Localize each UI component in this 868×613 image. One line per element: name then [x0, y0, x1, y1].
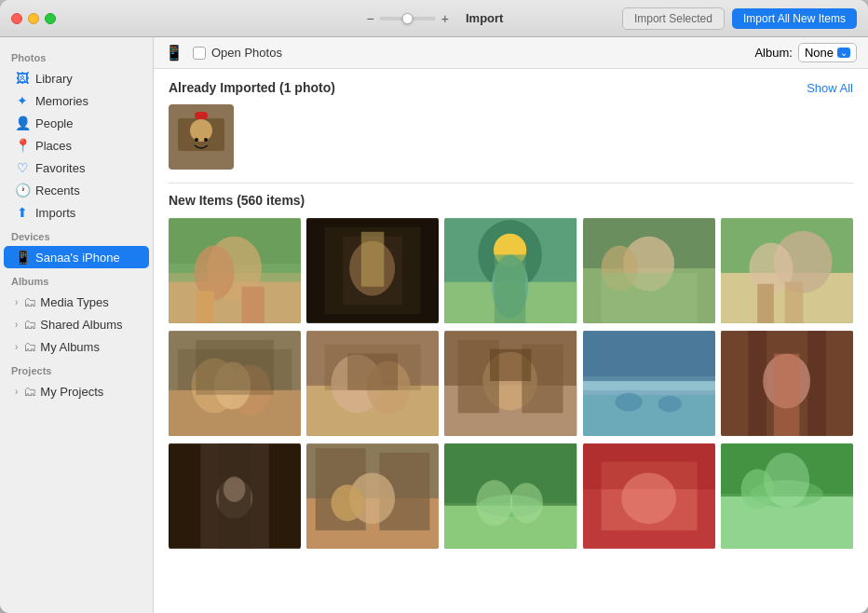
photo-r3p1[interactable]: [169, 443, 301, 550]
photo-r3p3[interactable]: [444, 443, 576, 550]
recents-icon: 🕐: [15, 183, 30, 198]
toolbar-bar: 📱 Open Photos Album: None ⌄: [154, 37, 868, 69]
new-items-title: New Items (560 items): [169, 193, 305, 208]
sidebar-item-my-projects[interactable]: › 🗂 My Projects: [4, 380, 149, 402]
open-photos-label: Open Photos: [211, 46, 282, 60]
minimize-button[interactable]: [28, 13, 39, 24]
chevron-right-icon-shared: ›: [15, 320, 18, 330]
sidebar-item-favorites[interactable]: ♡ Favorites: [4, 157, 149, 179]
window: − + Import Import Selected Import All Ne…: [0, 0, 868, 613]
zoom-slider[interactable]: [380, 17, 436, 20]
import-selected-button[interactable]: Import Selected: [622, 7, 725, 30]
shared-albums-icon: 🗂: [23, 317, 36, 332]
titlebar-actions: Import Selected Import All New Items: [622, 7, 857, 30]
photo-row-3: [169, 443, 853, 550]
sidebar-item-recents[interactable]: 🕐 Recents: [4, 179, 149, 201]
svg-rect-64: [807, 331, 826, 436]
chevron-right-icon-myalbums: ›: [15, 342, 18, 352]
sidebar-item-memories-label: Memories: [35, 94, 88, 108]
album-value: None: [805, 46, 834, 60]
album-selector: Album: None ⌄: [754, 43, 857, 62]
window-title: Import: [466, 11, 503, 25]
sidebar-shared-albums-label: Shared Albums: [40, 318, 122, 332]
photo-r2p1[interactable]: [169, 330, 301, 437]
svg-point-57: [615, 393, 642, 412]
svg-rect-28: [601, 273, 697, 323]
sidebar-item-imports[interactable]: ⬆ Imports: [4, 201, 149, 224]
photo-area[interactable]: Already Imported (1 photo) Show All: [154, 69, 868, 613]
imports-icon: ⬆: [15, 205, 30, 220]
already-imported-title: Already Imported (1 photo): [169, 80, 335, 95]
photo-row-2: [169, 330, 853, 437]
photo-r2p3[interactable]: [444, 330, 576, 437]
import-all-button[interactable]: Import All New Items: [732, 8, 857, 29]
sidebar-item-media-types[interactable]: › 🗂 Media Types: [4, 291, 149, 313]
zoom-slider-thumb: [402, 13, 414, 24]
new-items-section: New Items (560 items): [169, 193, 853, 550]
already-imported-grid: [169, 104, 853, 170]
photo-r1p4[interactable]: [583, 217, 715, 324]
svg-rect-60: [583, 331, 715, 381]
photo-r1p2[interactable]: [306, 217, 439, 324]
open-photos-checkbox[interactable]: [193, 47, 206, 60]
open-photos-option[interactable]: Open Photos: [193, 46, 282, 60]
new-items-header: New Items (560 items): [169, 193, 853, 208]
already-imported-photo[interactable]: [169, 104, 234, 170]
photo-r1p3[interactable]: [444, 217, 576, 324]
svg-rect-41: [196, 340, 273, 395]
svg-rect-56: [583, 395, 715, 436]
photo-r1p1[interactable]: [169, 217, 301, 324]
photo-r3p5[interactable]: [721, 443, 853, 550]
sidebar-item-imports-label: Imports: [35, 206, 75, 220]
chevron-down-icon: ⌄: [837, 48, 850, 58]
zoom-controls: − +: [365, 11, 451, 26]
zoom-out-button[interactable]: −: [365, 11, 376, 26]
sidebar-item-library[interactable]: 🖼 Library: [4, 67, 149, 89]
photo-r2p5[interactable]: [721, 330, 853, 437]
sidebar-my-projects-label: My Projects: [40, 385, 103, 399]
svg-point-58: [658, 396, 681, 413]
sidebar-item-places[interactable]: 📍 Places: [4, 134, 149, 157]
close-button[interactable]: [11, 13, 22, 24]
albums-section-label: Albums: [0, 268, 153, 291]
maximize-button[interactable]: [45, 13, 56, 24]
photo-r2p4[interactable]: [583, 330, 715, 437]
projects-section-label: Projects: [0, 358, 153, 380]
zoom-in-button[interactable]: +: [440, 11, 451, 26]
svg-point-77: [332, 484, 364, 521]
iphone-icon: 📱: [15, 250, 30, 265]
sidebar-item-shared-albums[interactable]: › 🗂 Shared Albums: [4, 313, 149, 335]
my-albums-icon: 🗂: [23, 339, 36, 354]
my-projects-icon: 🗂: [23, 384, 36, 399]
photo-r3p4[interactable]: [583, 443, 715, 550]
titlebar-center: − + Import: [365, 11, 504, 26]
photo-row-1: [169, 217, 853, 324]
svg-point-88: [621, 472, 676, 524]
sidebar-item-memories[interactable]: ✦ Memories: [4, 89, 149, 112]
svg-rect-12: [241, 287, 264, 323]
phone-icon: 📱: [165, 44, 183, 61]
favorites-icon: ♡: [15, 160, 30, 175]
sidebar-item-people-label: People: [35, 116, 73, 130]
album-dropdown[interactable]: None ⌄: [798, 43, 857, 62]
app-body: Photos 🖼 Library ✦ Memories 👤 People 📍 P…: [0, 37, 868, 613]
sidebar-item-recents-label: Recents: [35, 184, 80, 198]
media-types-icon: 🗂: [23, 294, 36, 309]
svg-point-83: [510, 483, 543, 523]
titlebar: − + Import Import Selected Import All Ne…: [0, 0, 868, 37]
section-divider: [169, 183, 853, 184]
svg-rect-11: [196, 292, 214, 323]
photo-r1p5[interactable]: [721, 217, 853, 324]
sidebar: Photos 🖼 Library ✦ Memories 👤 People 📍 P…: [0, 37, 154, 613]
photo-r2p2[interactable]: [306, 330, 439, 437]
photo-r3p2[interactable]: [306, 443, 439, 550]
svg-rect-3: [195, 112, 208, 119]
svg-rect-34: [757, 284, 774, 323]
show-all-link[interactable]: Show All: [807, 81, 853, 95]
library-icon: 🖼: [15, 71, 30, 86]
sidebar-media-types-label: Media Types: [40, 295, 108, 309]
sidebar-item-people[interactable]: 👤 People: [4, 112, 149, 134]
sidebar-item-my-albums[interactable]: › 🗂 My Albums: [4, 335, 149, 358]
sidebar-item-device[interactable]: 📱 Sanaa's iPhone: [4, 246, 149, 268]
svg-point-71: [224, 476, 246, 501]
